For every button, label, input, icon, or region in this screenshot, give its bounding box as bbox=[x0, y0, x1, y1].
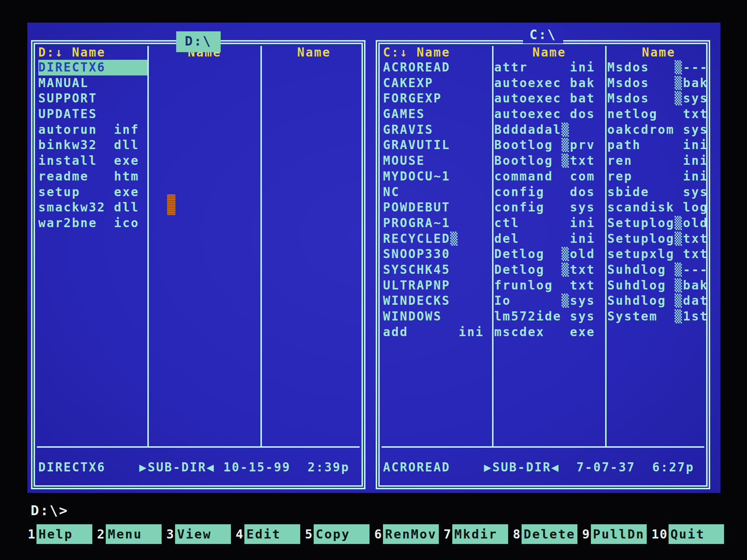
function-key-quit[interactable]: 10Quit bbox=[651, 524, 721, 544]
file-row[interactable]: autoexec dos bbox=[494, 106, 604, 122]
file-row[interactable]: Msdos ▒bak bbox=[607, 75, 710, 91]
file-row[interactable]: NC bbox=[383, 184, 492, 200]
file-row[interactable]: Suhdlog ▒bak bbox=[607, 278, 710, 293]
function-key-number: 5 bbox=[305, 524, 314, 544]
column-header: D:↓ Name bbox=[38, 45, 147, 60]
file-row[interactable]: war2bne ico bbox=[38, 215, 147, 231]
function-key-delete[interactable]: 8Delete bbox=[513, 524, 582, 544]
file-row[interactable]: FORGEXP bbox=[383, 91, 492, 106]
file-row[interactable]: netlog txt bbox=[607, 106, 710, 122]
function-key-copy[interactable]: 5Copy bbox=[305, 524, 374, 544]
file-row[interactable]: rep ini bbox=[607, 169, 710, 184]
function-key-menu[interactable]: 2Menu bbox=[97, 524, 166, 544]
file-row[interactable]: Suhdlog ▒dat bbox=[607, 293, 710, 309]
file-row[interactable]: autoexec bak bbox=[494, 75, 604, 91]
file-row[interactable]: scandisk log bbox=[607, 200, 710, 215]
function-key-label: Quit bbox=[669, 524, 724, 544]
function-key-label: RenMov bbox=[383, 524, 438, 544]
function-key-view[interactable]: 3View bbox=[166, 524, 236, 544]
file-row[interactable]: setup exe bbox=[38, 184, 147, 200]
function-key-label: PullDn bbox=[591, 524, 646, 544]
file-row[interactable]: command com bbox=[494, 169, 604, 184]
file-row[interactable]: oakcdrom sys bbox=[607, 122, 710, 138]
file-row[interactable]: PROGRA~1 bbox=[383, 215, 492, 231]
file-row[interactable]: Msdos ▒--- bbox=[607, 60, 710, 75]
file-row[interactable]: Suhdlog ▒--- bbox=[607, 262, 710, 278]
file-row[interactable]: Detlog ▒txt bbox=[494, 262, 604, 278]
file-row[interactable]: GAMES bbox=[383, 106, 492, 122]
file-row[interactable]: MANUAL bbox=[38, 75, 147, 91]
panel-right-status: ACROREAD ▶SUB-DIR◀ 7-07-37 6:27p bbox=[383, 459, 707, 475]
function-key-label: View bbox=[175, 524, 231, 544]
function-key-pulldn[interactable]: 9PullDn bbox=[582, 524, 651, 544]
function-key-label: Help bbox=[36, 524, 92, 544]
panel-left: D:\ D:↓ NameDIRECTX6 MANUAL SUPPORT UPDA… bbox=[31, 40, 365, 489]
panel-left-drive-tab[interactable]: D:\ bbox=[176, 31, 220, 52]
file-row[interactable]: System ▒1st bbox=[607, 309, 710, 324]
file-row[interactable]: autorun inf bbox=[38, 122, 147, 138]
file-row[interactable]: sbide sys bbox=[607, 184, 710, 200]
file-row[interactable]: ULTRAPNP bbox=[383, 278, 492, 293]
file-row[interactable]: ren ini bbox=[607, 153, 710, 169]
function-key-mkdir[interactable]: 7Mkdir bbox=[444, 524, 513, 544]
file-row[interactable]: Io ▒sys bbox=[494, 293, 604, 309]
function-key-number: 3 bbox=[166, 524, 175, 544]
file-row[interactable]: CAKEXP bbox=[383, 75, 492, 91]
file-row[interactable]: config dos bbox=[494, 184, 604, 200]
file-row[interactable]: add ini bbox=[383, 324, 492, 340]
file-row[interactable]: Bootlog ▒txt bbox=[494, 153, 604, 169]
file-row[interactable]: smackw32 dll bbox=[38, 200, 147, 215]
file-row[interactable]: Bdddadal▒ bbox=[494, 122, 604, 138]
file-column: attr iniautoexec bakautoexec batautoexec… bbox=[494, 60, 604, 340]
file-row[interactable]: WINDOWS bbox=[383, 309, 492, 324]
file-row[interactable]: attr ini bbox=[494, 60, 604, 75]
panel-left-status: DIRECTX6 ▶SUB-DIR◀ 10-15-99 2:39p bbox=[38, 459, 362, 475]
file-row[interactable]: SYSCHK45 bbox=[383, 262, 492, 278]
file-row[interactable]: POWDEBUT bbox=[383, 200, 492, 215]
file-row[interactable]: GRAVIS bbox=[383, 122, 492, 138]
file-row[interactable]: binkw32 dll bbox=[38, 137, 147, 153]
file-row[interactable]: MOUSE bbox=[383, 153, 492, 169]
file-row[interactable]: ctl ini bbox=[494, 215, 604, 231]
file-row[interactable]: WINDECKS bbox=[383, 293, 492, 309]
file-row[interactable]: UPDATES bbox=[38, 106, 147, 122]
function-key-renmov[interactable]: 6RenMov bbox=[374, 524, 444, 544]
function-key-help[interactable]: 1Help bbox=[28, 524, 97, 544]
file-row[interactable]: MYDOCU~1 bbox=[383, 169, 492, 184]
file-row[interactable]: Detlog ▒old bbox=[494, 246, 604, 262]
file-row[interactable]: Setuplog▒old bbox=[607, 215, 710, 231]
function-key-label: Delete bbox=[522, 524, 577, 544]
file-row[interactable]: Bootlog ▒prv bbox=[494, 137, 604, 153]
function-key-number: 7 bbox=[444, 524, 452, 544]
function-key-label: Copy bbox=[314, 524, 369, 544]
command-prompt[interactable]: D:\> bbox=[31, 502, 69, 518]
file-row[interactable]: lm572ide sys bbox=[494, 309, 604, 324]
status-separator bbox=[382, 446, 704, 448]
file-column: Msdos ▒---Msdos ▒bakMsdos ▒sysnetlog txt… bbox=[607, 60, 710, 324]
file-row[interactable]: del ini bbox=[494, 231, 604, 247]
file-row[interactable]: setupxlg txt bbox=[607, 246, 710, 262]
file-row[interactable]: mscdex exe bbox=[494, 324, 604, 340]
function-key-number: 2 bbox=[97, 524, 106, 544]
file-row[interactable]: frunlog txt bbox=[494, 278, 604, 293]
panel-right-drive-tab[interactable]: C:\ bbox=[523, 26, 563, 43]
file-row[interactable]: readme htm bbox=[38, 169, 147, 184]
file-row[interactable]: ACROREAD bbox=[383, 60, 492, 75]
file-row-selected[interactable]: DIRECTX6 bbox=[38, 60, 147, 75]
function-key-number: 8 bbox=[513, 524, 522, 544]
function-key-number: 10 bbox=[651, 524, 669, 544]
function-key-number: 9 bbox=[582, 524, 591, 544]
file-row[interactable]: SUPPORT bbox=[38, 91, 147, 106]
file-row[interactable]: SNOOP330 bbox=[383, 246, 492, 262]
file-row[interactable]: Msdos ▒sys bbox=[607, 91, 710, 106]
file-row[interactable]: config sys bbox=[494, 200, 604, 215]
function-key-edit[interactable]: 4Edit bbox=[236, 524, 305, 544]
file-row[interactable]: autoexec bat bbox=[494, 91, 604, 106]
file-row[interactable]: Setuplog▒txt bbox=[607, 231, 710, 247]
file-row[interactable]: path ini bbox=[607, 137, 710, 153]
file-row[interactable]: RECYCLED▒ bbox=[383, 231, 492, 247]
file-column: DIRECTX6 MANUAL SUPPORT UPDATES autorun … bbox=[38, 60, 147, 231]
file-row[interactable]: GRAVUTIL bbox=[383, 137, 492, 153]
file-row[interactable]: install exe bbox=[38, 153, 147, 169]
column-divider bbox=[147, 46, 149, 446]
